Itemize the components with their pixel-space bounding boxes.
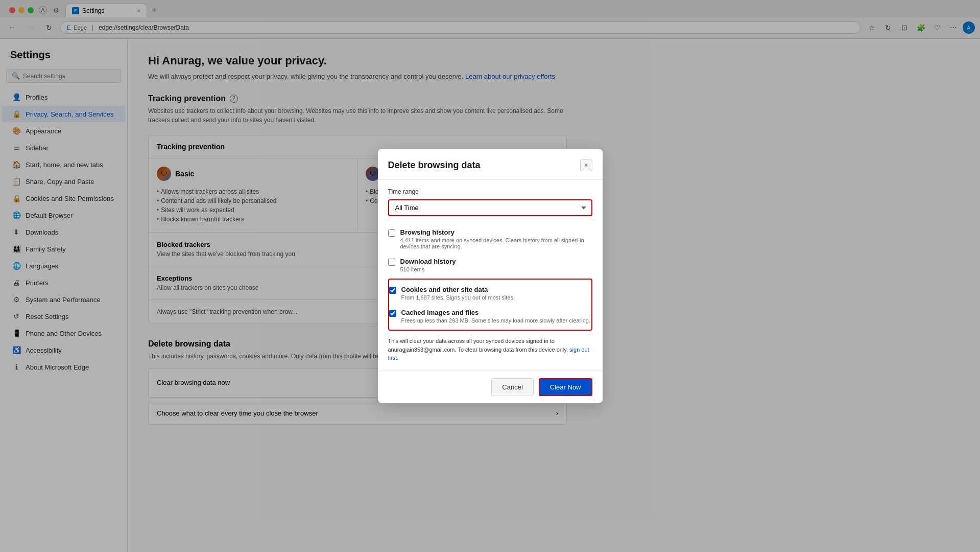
browsing-history-title: Browsing history [400, 228, 592, 236]
dialog-header: Delete browsing data × [378, 149, 603, 180]
download-history-title: Download history [400, 258, 456, 265]
sign-out-link[interactable]: sign out first. [388, 347, 589, 361]
cookies-checkbox[interactable] [389, 287, 396, 294]
browsing-history-item: Browsing history 4,411 items and more on… [388, 224, 592, 254]
sync-notice: This will clear your data across all you… [388, 337, 592, 362]
dialog-footer: Cancel Clear Now [378, 371, 603, 403]
delete-dialog: Delete browsing data × Time range All Ti… [378, 149, 603, 403]
highlighted-group: Cookies and other site data From 1,687 s… [388, 279, 592, 331]
dialog-body: Time range All Time Last hour Last 24 ho… [378, 180, 603, 371]
dialog-overlay: Delete browsing data × Time range All Ti… [0, 0, 980, 552]
cookies-desc: From 1,687 sites. Signs you out of most … [401, 294, 515, 301]
browsing-history-label[interactable]: Browsing history 4,411 items and more on… [400, 228, 592, 249]
dialog-title: Delete browsing data [388, 160, 481, 171]
download-history-item: Download history 510 items [388, 254, 592, 277]
cancel-button[interactable]: Cancel [491, 378, 533, 396]
cached-label[interactable]: Cached images and files Frees up less th… [401, 309, 591, 324]
time-range-label: Time range [388, 188, 592, 195]
cookies-title: Cookies and other site data [401, 286, 515, 293]
browsing-history-checkbox[interactable] [388, 229, 395, 237]
download-history-desc: 510 items [400, 266, 456, 272]
time-range-select[interactable]: All Time Last hour Last 24 hours Last 7 … [388, 199, 592, 216]
cookies-item: Cookies and other site data From 1,687 s… [389, 282, 591, 305]
download-history-label[interactable]: Download history 510 items [400, 258, 456, 272]
download-history-checkbox[interactable] [388, 259, 395, 266]
clear-now-button[interactable]: Clear Now [539, 378, 592, 396]
cached-desc: Frees up less than 293 MB. Some sites ma… [401, 317, 591, 324]
dialog-close-btn[interactable]: × [580, 159, 592, 171]
cached-item: Cached images and files Frees up less th… [389, 305, 591, 328]
cached-title: Cached images and files [401, 309, 591, 316]
cached-checkbox[interactable] [389, 310, 396, 317]
browsing-history-desc: 4,411 items and more on synced devices. … [400, 237, 592, 249]
cookies-label[interactable]: Cookies and other site data From 1,687 s… [401, 286, 515, 301]
